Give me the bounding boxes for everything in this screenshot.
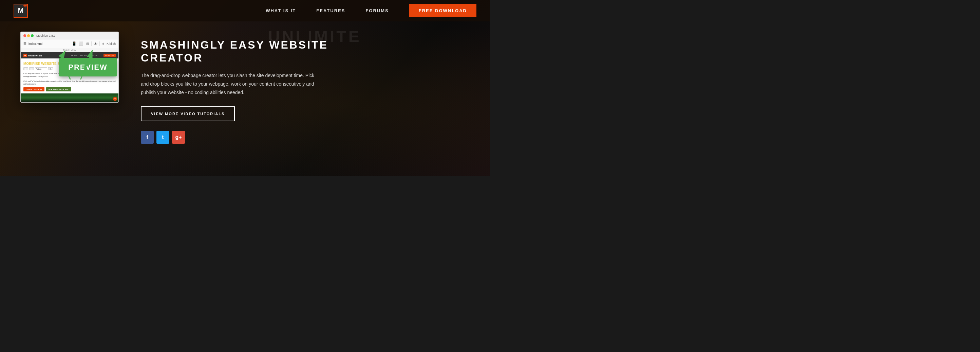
app-mockup-container: Mobirise 2.8.7 ☰ index.html 📱 ⬜ 🖥 👁 ⬆ Pu…: [21, 32, 121, 102]
italic-btn[interactable]: I: [29, 67, 34, 70]
publish-button[interactable]: ⬆ Publish: [102, 42, 116, 46]
inner-windows-mac-btn[interactable]: FOR WINDOWS & MAC: [46, 87, 72, 91]
app-toolbar: ☰ index.html 📱 ⬜ 🖥 👁 ⬆ Publish: [21, 39, 118, 48]
inner-publish-btn[interactable]: PUBLISH: [103, 54, 116, 57]
logo-spark-icon: ✳: [23, 3, 29, 8]
toolbar-divider: [91, 42, 92, 46]
inner-site-nav: M MOBIRISE HOME ABOUT CONTACT PUBLISH: [21, 52, 118, 58]
inner-add-block-btn[interactable]: +: [113, 97, 117, 101]
nav-link-forums[interactable]: FORUMS: [366, 8, 388, 13]
bold-btn[interactable]: B: [24, 67, 28, 70]
inner-logo: M MOBIRISE: [24, 54, 42, 57]
menu-icon[interactable]: ☰: [24, 42, 27, 46]
toolbar-icons: 📱 ⬜ 🖥 👁 ⬆ Publish: [72, 42, 116, 46]
titlebar-maximize-dot: [31, 34, 33, 37]
font-select[interactable]: Roboto: [35, 67, 47, 70]
tablet-view-icon[interactable]: ⬜: [79, 42, 83, 46]
right-content: SMASHINGLY EASY WEBSITE CREATOR The drag…: [141, 32, 469, 144]
hero-description: The drag-and-drop webpage creator lets y…: [141, 71, 321, 97]
hero-title-line1: SMASHINGLY EASY WEBSITE: [141, 39, 328, 51]
nav-link-features[interactable]: FEATURES: [316, 8, 345, 13]
inner-download-btn[interactable]: DOWNLOAD NOW: [24, 87, 45, 91]
mobile-view-icon[interactable]: 📱: [72, 42, 77, 46]
font-size-input[interactable]: 21: [48, 67, 53, 70]
nav-links: WHAT IS IT FEATURES FORUMS FREE DOWNLOAD: [266, 4, 476, 17]
navbar: M ✳ WHAT IS IT FEATURES FORUMS FREE DOWN…: [0, 0, 490, 21]
free-download-button[interactable]: FREE DOWNLOAD: [409, 4, 476, 17]
twitter-icon[interactable]: t: [156, 131, 169, 144]
logo-icon: M ✳: [14, 4, 28, 18]
upload-icon: ⬆: [102, 42, 105, 46]
inner-nav-links: HOME ABOUT CONTACT: [71, 54, 99, 56]
facebook-icon[interactable]: f: [141, 131, 154, 144]
logo-letter: M: [18, 7, 24, 14]
inner-cta-row: DOWNLOAD NOW FOR WINDOWS & MAC: [24, 87, 116, 91]
hero-title-line2: CREATOR: [141, 52, 203, 64]
desktop-view-icon[interactable]: 🖥: [86, 42, 89, 46]
preview-button[interactable]: PREVIEW: [59, 58, 117, 77]
inner-logo-icon: M: [24, 54, 27, 57]
main-content: Mobirise 2.8.7 ☰ index.html 📱 ⬜ 🖥 👁 ⬆ Pu…: [0, 21, 490, 176]
inner-nav-about: ABOUT: [80, 54, 87, 56]
titlebar-minimize-dot: [27, 34, 30, 37]
inner-footer-image: +: [21, 93, 118, 102]
inner-site-name: MOBIRISE: [28, 54, 42, 57]
filename-label: index.html: [29, 42, 70, 46]
inner-nav-contact: CONTACT: [90, 54, 100, 56]
google-plus-icon[interactable]: g+: [172, 131, 185, 144]
logo[interactable]: M ✳: [14, 4, 28, 18]
inner-nav-home: HOME: [71, 54, 77, 56]
toolbar-divider-2: [99, 42, 100, 46]
eye-icon[interactable]: 👁: [94, 42, 97, 46]
inner-body-text-2: Click red "+" in the bottom right corner…: [24, 80, 116, 86]
app-title: Mobirise 2.8.7: [36, 34, 116, 37]
hero-title: SMASHINGLY EASY WEBSITE CREATOR: [141, 38, 469, 64]
mobile-view-label: Mobile View: [21, 48, 118, 52]
video-tutorials-button[interactable]: VIEW MORE VIDEO TUTORIALS: [141, 106, 235, 121]
publish-label: Publish: [105, 42, 116, 46]
titlebar-dots: [24, 34, 33, 37]
nav-link-what-is-it[interactable]: WHAT IS IT: [266, 8, 296, 13]
social-icons: f t g+: [141, 131, 469, 144]
titlebar-close-dot: [24, 34, 26, 37]
app-titlebar: Mobirise 2.8.7: [21, 32, 118, 39]
